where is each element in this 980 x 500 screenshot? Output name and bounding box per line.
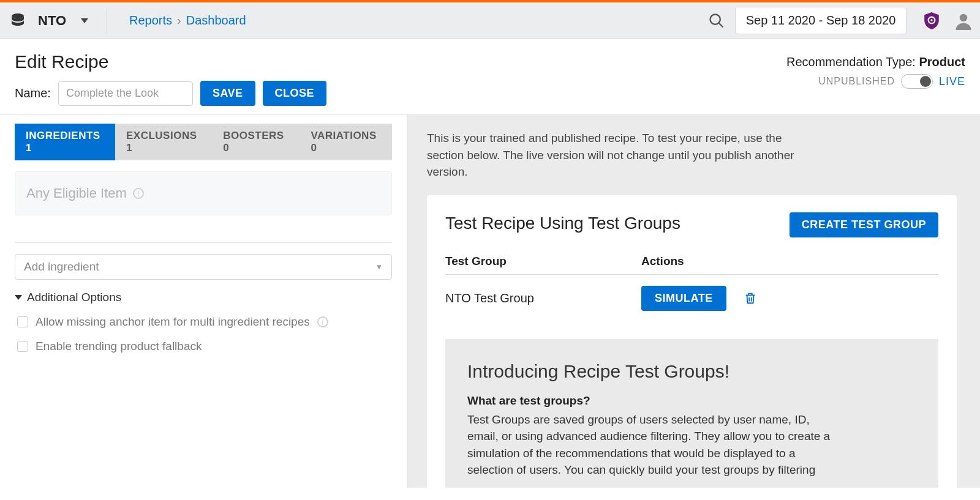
simulate-button[interactable]: SIMULATE <box>641 286 726 311</box>
option-missing-anchor[interactable]: Allow missing anchor item for multi ingr… <box>17 315 392 329</box>
test-groups-card: Test Recipe Using Test Groups CREATE TES… <box>427 195 957 488</box>
table-header: Test Group Actions <box>445 255 938 275</box>
th-actions: Actions <box>641 255 938 268</box>
search-icon[interactable] <box>708 12 725 29</box>
table-row: NTO Test Group SIMULATE <box>445 275 938 317</box>
close-button[interactable]: CLOSE <box>263 81 327 106</box>
svg-point-1 <box>710 14 720 24</box>
page-header: Edit Recipe Name: SAVE CLOSE Recommendat… <box>0 39 980 115</box>
trash-icon[interactable] <box>744 291 757 305</box>
additional-options-label: Additional Options <box>27 291 121 304</box>
svg-point-5 <box>960 13 968 21</box>
info-icon[interactable]: i <box>133 188 144 199</box>
shield-icon[interactable] <box>922 12 941 30</box>
checkbox[interactable] <box>17 316 28 327</box>
database-icon <box>11 13 24 28</box>
option-label: Enable trending product fallback <box>36 340 202 353</box>
tab-exclusions[interactable]: EXCLUSIONS 1 <box>115 124 212 160</box>
breadcrumb-dashboard[interactable]: Dashboard <box>186 13 246 28</box>
breadcrumb-separator: › <box>177 13 181 28</box>
tab-ingredients[interactable]: INGREDIENTS 1 <box>15 124 115 160</box>
tab-variations[interactable]: VARIATIONS 0 <box>300 124 392 160</box>
recommendation-type-value: Product <box>919 55 965 69</box>
right-panel: This is your trained and published recip… <box>407 115 980 488</box>
recommendation-type-label: Recommendation Type: <box>786 55 919 69</box>
org-name: NTO <box>38 13 66 29</box>
chevron-down-icon <box>15 295 22 300</box>
chevron-down-icon: ▼ <box>375 263 383 271</box>
date-range-picker[interactable]: Sep 11 2020 - Sep 18 2020 <box>735 7 907 34</box>
intro-text: Test Groups are saved groups of users se… <box>467 411 841 479</box>
intro-box: Introducing Recipe Test Groups! What are… <box>445 339 938 488</box>
recommendation-type: Recommendation Type: Product <box>786 55 965 69</box>
page-title: Edit Recipe <box>15 51 326 72</box>
td-group-name: NTO Test Group <box>445 291 641 305</box>
breadcrumb: Reports › Dashboard <box>129 13 246 28</box>
info-icon[interactable]: i <box>317 316 328 327</box>
user-icon[interactable] <box>954 12 973 30</box>
right-scroll[interactable]: This is your trained and published recip… <box>427 130 975 488</box>
main: INGREDIENTS 1 EXCLUSIONS 1 BOOSTERS 0 VA… <box>0 115 980 488</box>
org-dropdown-caret[interactable] <box>81 18 88 23</box>
divider <box>15 242 392 243</box>
recipe-name-input[interactable] <box>58 81 193 106</box>
additional-options-toggle[interactable]: Additional Options <box>15 291 392 304</box>
option-trending-fallback[interactable]: Enable trending product fallback <box>17 340 392 353</box>
card-title: Test Recipe Using Test Groups <box>445 212 777 234</box>
tab-boosters[interactable]: BOOSTERS 0 <box>212 124 300 160</box>
ingredient-item-label: Any Eligible Item <box>26 185 127 201</box>
add-ingredient-select[interactable]: Add ingredient ▼ <box>15 254 392 280</box>
ingredient-item[interactable]: Any Eligible Item i <box>15 171 392 215</box>
intro-subheading: What are test groups? <box>467 394 916 408</box>
option-label: Allow missing anchor item for multi ingr… <box>36 315 310 329</box>
breadcrumb-reports[interactable]: Reports <box>129 13 172 28</box>
publish-toggle[interactable] <box>901 74 933 89</box>
svg-line-2 <box>719 23 723 27</box>
th-test-group: Test Group <box>445 255 641 268</box>
top-bar: NTO Reports › Dashboard Sep 11 2020 - Se… <box>0 2 980 39</box>
add-ingredient-placeholder: Add ingredient <box>24 260 99 274</box>
svg-point-0 <box>12 13 24 18</box>
checkbox[interactable] <box>17 341 28 352</box>
explain-text: This is your trained and published recip… <box>427 130 819 181</box>
create-test-group-button[interactable]: CREATE TEST GROUP <box>790 212 938 237</box>
save-button[interactable]: SAVE <box>200 81 255 106</box>
svg-point-4 <box>930 19 932 21</box>
unpublished-label: UNPUBLISHED <box>818 76 895 87</box>
name-label: Name: <box>15 86 51 100</box>
intro-title: Introducing Recipe Test Groups! <box>467 361 916 382</box>
divider <box>107 7 107 34</box>
recipe-tabs: INGREDIENTS 1 EXCLUSIONS 1 BOOSTERS 0 VA… <box>15 124 392 160</box>
live-label: LIVE <box>939 75 965 88</box>
left-panel: INGREDIENTS 1 EXCLUSIONS 1 BOOSTERS 0 VA… <box>0 115 407 488</box>
